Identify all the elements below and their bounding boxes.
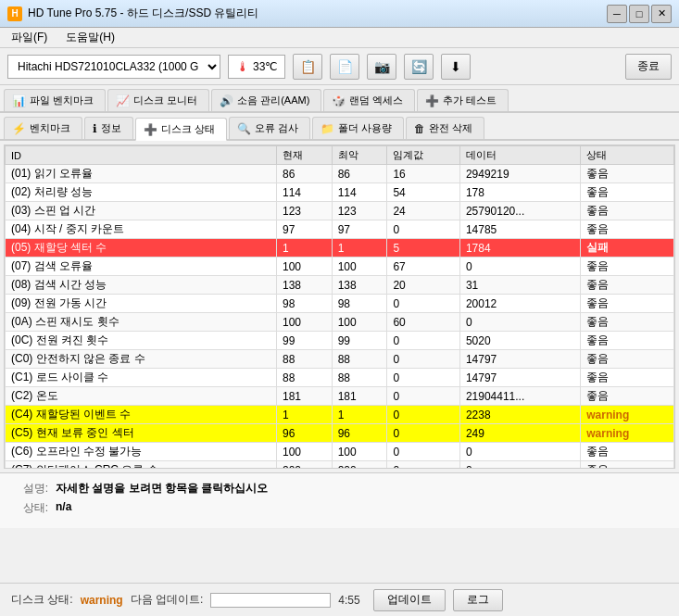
drive-select[interactable]: Hitachi HDS721010CLA332 (1000 GB) bbox=[7, 55, 220, 79]
table-cell: (C7) 인터페이스 CRC 오류 수 bbox=[6, 461, 277, 470]
file-benchmark-icon: 📊 bbox=[12, 94, 26, 107]
table-row[interactable]: (01) 읽기 오류율8686162949219좋음 bbox=[6, 165, 674, 183]
tab-benchmark[interactable]: ⚡ 벤치마크 bbox=[4, 117, 82, 139]
table-cell: 97 bbox=[332, 220, 387, 239]
noise-icon: 🔊 bbox=[220, 94, 233, 107]
table-cell: 21904411... bbox=[459, 387, 580, 406]
table-row[interactable]: (C7) 인터페이스 CRC 오류 수20020000좋음 bbox=[6, 461, 674, 470]
tab-error-check-label: 오류 검사 bbox=[255, 121, 298, 135]
table-cell: 5 bbox=[387, 239, 459, 258]
table-cell: 좋음 bbox=[581, 443, 674, 461]
tab-secure-erase[interactable]: 🗑 완전 삭제 bbox=[406, 117, 484, 139]
table-row[interactable]: (09) 전원 가동 시간9898020012좋음 bbox=[6, 295, 674, 313]
table-cell: 98 bbox=[332, 295, 387, 313]
table-row[interactable]: (07) 검색 오류율100100670좋음 bbox=[6, 258, 674, 276]
menu-help[interactable]: 도움말(H) bbox=[58, 28, 122, 47]
table-cell: 14797 bbox=[459, 350, 580, 369]
status-warning-value: warning bbox=[81, 594, 123, 607]
maximize-button[interactable]: □ bbox=[629, 5, 649, 23]
col-current: 현재 bbox=[276, 146, 332, 165]
table-cell: (C2) 온도 bbox=[6, 387, 277, 406]
tab-add-test-label: 추가 테스트 bbox=[443, 94, 497, 107]
close-button[interactable]: ✕ bbox=[651, 5, 672, 23]
table-cell: 0 bbox=[459, 443, 580, 461]
table-row[interactable]: (08) 검색 시간 성능1381382031좋음 bbox=[6, 276, 674, 295]
table-cell: 0 bbox=[459, 313, 580, 332]
desc-row-2: 상태: n/a bbox=[11, 500, 668, 516]
tab-secure-erase-label: 완전 삭제 bbox=[429, 121, 472, 135]
table-cell: 100 bbox=[332, 258, 387, 276]
exit-button[interactable]: 종료 bbox=[625, 54, 672, 80]
desc-value-2: n/a bbox=[56, 500, 71, 516]
table-cell: 좋음 bbox=[581, 313, 674, 332]
table-row[interactable]: (02) 처리량 성능11411454178좋음 bbox=[6, 183, 674, 202]
table-row[interactable]: (C1) 로드 사이클 수8888014797좋음 bbox=[6, 369, 674, 387]
tab-benchmark-label: 벤치마크 bbox=[30, 121, 70, 135]
table-header-row: ID 현재 최악 임계값 데이터 상태 bbox=[6, 146, 674, 165]
table-row[interactable]: (0A) 스핀 재시도 횟수100100600좋음 bbox=[6, 313, 674, 332]
col-data: 데이터 bbox=[459, 146, 580, 165]
tab-bar-second: ⚡ 벤치마크 ℹ 정보 ➕ 디스크 상태 🔍 오류 검사 📁 폴더 사용량 🗑 … bbox=[0, 113, 679, 141]
table-cell: 100 bbox=[276, 443, 332, 461]
toolbar-btn-4[interactable]: 🔄 bbox=[404, 54, 434, 80]
tab-info[interactable]: ℹ 정보 bbox=[84, 117, 133, 139]
tab-disk-monitor[interactable]: 📈 디스크 모니터 bbox=[107, 89, 209, 111]
table-cell: 67 bbox=[387, 258, 459, 276]
thermometer-icon: 🌡 bbox=[236, 59, 249, 74]
table-row[interactable]: (C6) 오프라인 수정 불가능10010000좋음 bbox=[6, 443, 674, 461]
table-row[interactable]: (05) 재할당 섹터 수1151784실패 bbox=[6, 239, 674, 258]
toolbar-btn-2[interactable]: 📄 bbox=[330, 54, 359, 80]
table-row[interactable]: (C5) 현재 보류 중인 섹터96960249warning bbox=[6, 424, 674, 443]
table-cell: (C1) 로드 사이클 수 bbox=[6, 369, 277, 387]
table-row[interactable]: (04) 시작 / 중지 카운트9797014785좋음 bbox=[6, 220, 674, 239]
toolbar-btn-5[interactable]: ⬇ bbox=[441, 54, 471, 80]
table-cell: (C6) 오프라인 수정 불가능 bbox=[6, 443, 277, 461]
tab-folder-usage[interactable]: 📁 폴더 사용량 bbox=[312, 117, 404, 139]
table-row[interactable]: (C2) 온도181181021904411...좋음 bbox=[6, 387, 674, 406]
table-cell: 좋음 bbox=[581, 276, 674, 295]
table-cell: 좋음 bbox=[581, 350, 674, 369]
health-table: ID 현재 최악 임계값 데이터 상태 (01) 읽기 오류율868616294… bbox=[5, 145, 674, 469]
table-cell: 88 bbox=[276, 369, 332, 387]
table-row[interactable]: (0C) 전원 켜진 횟수999905020좋음 bbox=[6, 332, 674, 350]
table-cell: 좋음 bbox=[581, 295, 674, 313]
menu-file[interactable]: 파일(F) bbox=[4, 28, 55, 47]
table-row[interactable]: (C4) 재할당된 이벤트 수1102238warning bbox=[6, 406, 674, 424]
error-check-icon: 🔍 bbox=[237, 122, 251, 135]
tab-file-benchmark[interactable]: 📊 파일 벤치마크 bbox=[4, 89, 106, 111]
tab-add-test[interactable]: ➕ 추가 테스트 bbox=[417, 89, 509, 111]
table-cell: 181 bbox=[276, 387, 332, 406]
table-cell: 좋음 bbox=[581, 202, 674, 220]
minimize-button[interactable]: ─ bbox=[607, 5, 627, 23]
toolbar-btn-3[interactable]: 📷 bbox=[367, 54, 396, 80]
tab-folder-usage-label: 폴더 사용량 bbox=[338, 121, 392, 135]
tab-disk-health[interactable]: ➕ 디스크 상태 bbox=[135, 118, 227, 141]
table-row[interactable]: (C0) 안전하지 않은 종료 수8888014797좋음 bbox=[6, 350, 674, 369]
table-cell: 99 bbox=[332, 332, 387, 350]
tab-random[interactable]: 🎲 랜덤 엑세스 bbox=[323, 89, 415, 111]
table-cell: 178 bbox=[459, 183, 580, 202]
table-cell: (C0) 안전하지 않은 종료 수 bbox=[6, 350, 277, 369]
table-cell: 114 bbox=[332, 183, 387, 202]
tab-info-label: 정보 bbox=[101, 121, 121, 135]
title-text: HD Tune Pro 5.75 - 하드 디스크/SSD 유틸리티 bbox=[28, 6, 258, 21]
table-cell: (01) 읽기 오류율 bbox=[6, 165, 277, 183]
table-cell: (07) 검색 오류율 bbox=[6, 258, 277, 276]
table-cell: 14797 bbox=[459, 369, 580, 387]
status-bar: 디스크 상태: warning 다음 업데이트: 4:55 업데이트 로그 bbox=[0, 583, 679, 616]
window-controls: ─ □ ✕ bbox=[607, 5, 672, 23]
table-cell: 0 bbox=[387, 387, 459, 406]
table-cell: (0C) 전원 켜진 횟수 bbox=[6, 332, 277, 350]
table-cell: 100 bbox=[332, 313, 387, 332]
tab-bar-top: 📊 파일 벤치마크 📈 디스크 모니터 🔊 소음 관리(AAM) 🎲 랜덤 엑세… bbox=[0, 85, 679, 113]
tab-error-check[interactable]: 🔍 오류 검사 bbox=[229, 117, 310, 139]
tab-noise[interactable]: 🔊 소음 관리(AAM) bbox=[211, 89, 321, 111]
col-status: 상태 bbox=[581, 146, 674, 165]
table-cell: (02) 처리량 성능 bbox=[6, 183, 277, 202]
table-cell: 0 bbox=[387, 220, 459, 239]
update-button[interactable]: 업데이트 bbox=[373, 589, 446, 611]
toolbar-btn-1[interactable]: 📋 bbox=[293, 54, 322, 80]
table-row[interactable]: (03) 스핀 업 시간1231232425790120...좋음 bbox=[6, 202, 674, 220]
temperature-display: 🌡 33℃ bbox=[228, 55, 285, 79]
log-button[interactable]: 로그 bbox=[453, 589, 503, 611]
